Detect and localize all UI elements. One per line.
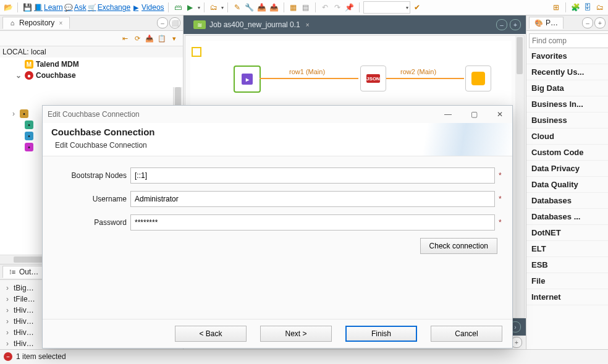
palette-category[interactable]: Cloud	[526, 129, 608, 145]
flow-link[interactable]	[386, 78, 464, 79]
undo-icon[interactable]: ↶	[319, 2, 331, 13]
palette-category[interactable]: Databases	[526, 193, 608, 209]
component-output[interactable]	[465, 66, 491, 91]
chevron-down-icon[interactable]: ▾	[198, 5, 200, 11]
zoom-combo[interactable]: ▾	[363, 1, 410, 14]
stack-icon[interactable]: 🗂	[208, 2, 219, 13]
export-icon[interactable]: 📋	[157, 33, 167, 43]
persp2-icon[interactable]: 🗄	[582, 2, 593, 13]
persp1-icon[interactable]: 🧩	[570, 2, 581, 13]
editor-tab-job[interactable]: ≋ Job as400_new_journal 0.1 ×	[188, 18, 316, 32]
pin-icon[interactable]: 📌	[344, 2, 355, 13]
dialog-subheading: Edit Couchbase Connection	[51, 141, 504, 150]
password-input[interactable]	[130, 214, 495, 231]
menu-icon[interactable]: ▾	[169, 33, 179, 43]
back-button[interactable]: < Back	[175, 326, 247, 342]
tree-item-couchbase[interactable]: ⌄ ● Couchbase	[4, 70, 182, 81]
bootstrap-nodes-input[interactable]	[130, 167, 495, 184]
tree-item-label: Talend MDM	[36, 60, 79, 69]
wrench-icon[interactable]: 🔧	[244, 2, 255, 13]
component-input[interactable]: ▸	[234, 66, 261, 93]
palette-category[interactable]: Databases ...	[526, 209, 608, 225]
close-icon[interactable]: ×	[304, 21, 311, 28]
file-open-icon[interactable]: 📂	[2, 2, 14, 13]
username-input[interactable]	[130, 191, 495, 207]
perspective-add-icon[interactable]: ⊞	[551, 2, 562, 13]
palette-category[interactable]: Data Privacy	[526, 161, 608, 177]
video-icon: ▶	[132, 3, 140, 12]
chevron-right-icon[interactable]: ›	[4, 306, 11, 315]
refresh-icon[interactable]: ⟳	[132, 33, 142, 43]
maximize-icon[interactable]: ⬜	[169, 17, 180, 28]
chevron-right-icon[interactable]: ›	[4, 295, 11, 303]
palette-category[interactable]: Business In...	[526, 96, 608, 112]
palette-category[interactable]: ELT	[526, 241, 608, 257]
window-close-icon[interactable]: ✕	[492, 108, 507, 121]
videos-link[interactable]: ▶Videos	[132, 3, 164, 12]
chevron-right-icon[interactable]: ›	[4, 284, 11, 292]
minimize-icon[interactable]: –	[157, 17, 168, 28]
palette-category[interactable]: DotNET	[526, 225, 608, 241]
palette-category[interactable]: Favorites	[526, 48, 608, 64]
finish-button[interactable]: Finish	[345, 326, 417, 342]
flow-label: row1 (Main)	[289, 68, 325, 75]
component-json[interactable]: JSON	[360, 66, 386, 91]
chevron-down-icon[interactable]: ⌄	[15, 71, 22, 80]
cancel-button[interactable]: Cancel	[431, 326, 502, 342]
save-icon[interactable]: 💾	[22, 2, 33, 13]
palette-category[interactable]: Business	[526, 112, 608, 129]
minimize-icon[interactable]: –	[582, 17, 593, 28]
check-connection-button[interactable]: Check connection	[420, 238, 497, 254]
chevron-down-icon[interactable]: ▾	[221, 5, 224, 11]
learn-link[interactable]: 📘Learn	[34, 3, 63, 12]
apply-icon[interactable]: ✔	[412, 2, 423, 13]
persp3-icon[interactable]: 🗂	[594, 2, 606, 13]
minimize-icon[interactable]: –	[496, 19, 507, 30]
scrollbar-thumb[interactable]	[517, 37, 523, 74]
tab-repository[interactable]: ⌂ Repository ×	[2, 17, 70, 29]
collapse-icon[interactable]: ⇤	[120, 33, 130, 43]
chevron-right-icon[interactable]: ›	[4, 317, 11, 326]
node-icon: •	[20, 109, 28, 118]
tree-item-mdm[interactable]: M Talend MDM	[4, 59, 182, 70]
outbox-icon[interactable]: 📤	[269, 2, 280, 13]
next-button[interactable]: Next >	[260, 326, 332, 342]
maximize-icon[interactable]: +	[510, 19, 521, 30]
palette-category[interactable]: Internet	[526, 289, 608, 305]
dialog-header: Couchbase Connection Edit Couchbase Conn…	[43, 123, 512, 156]
close-icon[interactable]: ×	[57, 19, 64, 27]
palette-search-input[interactable]	[530, 34, 608, 48]
tree-item-label: Couchbase	[36, 71, 76, 80]
error-status-icon[interactable]: –	[4, 352, 12, 361]
inbox-icon[interactable]: 📥	[256, 2, 268, 13]
vertical-scrollbar[interactable]	[515, 36, 524, 318]
palette-category[interactable]: Custom Code	[526, 145, 608, 161]
window-minimize-icon[interactable]: —	[441, 108, 455, 121]
edit-icon[interactable]: ✎	[232, 2, 243, 13]
palette-category[interactable]: Recently Us...	[526, 64, 608, 80]
run-button[interactable]: ▶	[185, 2, 196, 13]
flow-link[interactable]	[260, 78, 358, 79]
chevron-right-icon[interactable]: ›	[10, 109, 17, 118]
tab-palette[interactable]: 🎨 P…	[529, 17, 564, 29]
repository-tab-label: Repository	[19, 19, 54, 27]
repository-tabbar: ⌂ Repository × – ⬜	[0, 15, 183, 31]
ask-link[interactable]: 💬Ask	[64, 3, 87, 12]
grid2-icon[interactable]: ▤	[300, 2, 311, 13]
palette-category[interactable]: Data Quality	[526, 177, 608, 193]
dialog-titlebar[interactable]: Edit Couchbase Connection — ▢ ✕	[43, 106, 512, 123]
exchange-link[interactable]: 🛒Exchange	[88, 3, 130, 12]
chevron-right-icon[interactable]: ›	[4, 328, 11, 337]
window-maximize-icon[interactable]: ▢	[467, 108, 481, 121]
chevron-right-icon[interactable]: ›	[4, 339, 11, 348]
maximize-icon[interactable]: +	[594, 17, 606, 28]
palette-category[interactable]: File	[526, 273, 608, 289]
redo-icon[interactable]: ↷	[332, 2, 343, 13]
tab-outline[interactable]: ⁝≡ Out…	[2, 266, 44, 278]
db-icon[interactable]: 🗃	[172, 2, 184, 13]
palette-category[interactable]: ESB	[526, 257, 608, 273]
grid-icon[interactable]: ▦	[288, 2, 299, 13]
palette-tab-label: P…	[546, 19, 558, 27]
import-icon[interactable]: 📥	[145, 33, 154, 43]
palette-category[interactable]: Big Data	[526, 80, 608, 96]
